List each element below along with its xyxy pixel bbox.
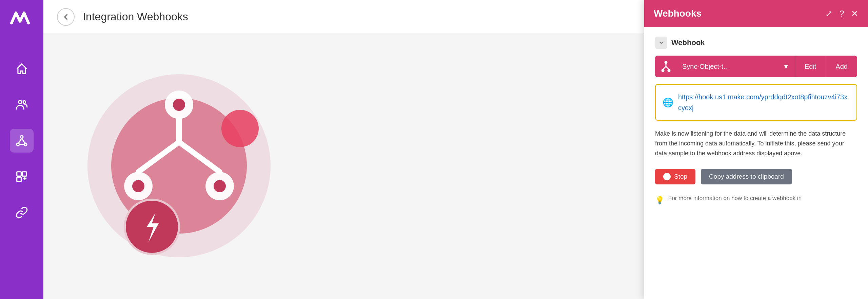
panel-body: Webhook Sync-Object-t...: [644, 27, 868, 299]
webhook-graphic: [84, 61, 274, 272]
section-label: Webhook: [671, 38, 705, 47]
edit-button[interactable]: Edit: [795, 56, 826, 77]
stop-button[interactable]: Stop: [655, 169, 695, 184]
panel-header-icons: ⤢ ? ✕: [825, 8, 859, 19]
webhook-selector: Sync-Object-t... ▼ Edit Add: [655, 56, 857, 77]
url-text[interactable]: https://hook.us1.make.com/yprddqdt2xot8p…: [678, 92, 850, 113]
bulb-icon: 💡: [655, 195, 664, 206]
expand-icon[interactable]: ⤢: [825, 8, 833, 19]
sidebar-item-home[interactable]: [10, 57, 34, 81]
info-text: Make is now listening for the data and w…: [655, 129, 857, 158]
svg-point-33: [668, 70, 670, 72]
section-toggle[interactable]: [655, 37, 667, 49]
webhook-icon-box: [655, 56, 677, 77]
help-icon[interactable]: ?: [840, 8, 844, 19]
svg-point-32: [662, 70, 664, 72]
add-button[interactable]: Add: [826, 56, 857, 77]
svg-point-31: [665, 62, 667, 63]
sidebar-item-team[interactable]: [10, 93, 34, 117]
actions-row: Stop Copy address to clipboard: [655, 169, 857, 184]
svg-point-0: [19, 100, 22, 104]
svg-point-1: [23, 101, 26, 103]
sidebar: [0, 0, 43, 299]
stop-icon: [663, 173, 671, 180]
svg-point-4: [24, 143, 27, 146]
svg-point-21: [214, 180, 226, 192]
webhook-section-header: Webhook: [655, 37, 857, 49]
url-box: 🌐 https://hook.us1.make.com/yprddqdt2xot…: [655, 84, 857, 121]
svg-line-6: [22, 138, 25, 143]
chevron-down-icon: ▼: [783, 63, 789, 71]
svg-line-30: [666, 66, 669, 69]
webhook-dropdown-text: Sync-Object-t...: [682, 63, 729, 71]
svg-line-5: [18, 138, 22, 143]
close-icon[interactable]: ✕: [851, 8, 859, 19]
sidebar-item-links[interactable]: [10, 201, 34, 224]
globe-icon: 🌐: [663, 97, 673, 108]
logo: [10, 9, 34, 30]
sidebar-nav: [10, 57, 34, 224]
footer-tip: 💡 For more information on how to create …: [655, 194, 857, 206]
svg-point-20: [132, 180, 144, 192]
back-button[interactable]: [57, 8, 75, 26]
panel: Webhooks ⤢ ? ✕ Webhook: [644, 0, 868, 299]
copy-address-button[interactable]: Copy address to clipboard: [701, 169, 792, 184]
webhook-dropdown[interactable]: Sync-Object-t... ▼: [677, 56, 795, 77]
svg-rect-9: [22, 172, 27, 176]
svg-rect-8: [17, 172, 21, 176]
svg-point-24: [221, 110, 259, 147]
svg-line-29: [663, 66, 666, 69]
panel-title: Webhooks: [654, 8, 702, 19]
svg-point-3: [17, 143, 19, 146]
sidebar-item-connections[interactable]: [10, 129, 34, 153]
svg-point-2: [20, 136, 23, 138]
page-title: Integration Webhooks: [83, 11, 188, 23]
stop-label: Stop: [674, 173, 687, 180]
svg-point-19: [173, 99, 185, 111]
svg-rect-10: [17, 177, 21, 182]
panel-header: Webhooks ⤢ ? ✕: [644, 0, 868, 27]
sidebar-item-integrations[interactable]: [10, 165, 34, 188]
footer-tip-text: For more information on how to create a …: [668, 194, 802, 203]
